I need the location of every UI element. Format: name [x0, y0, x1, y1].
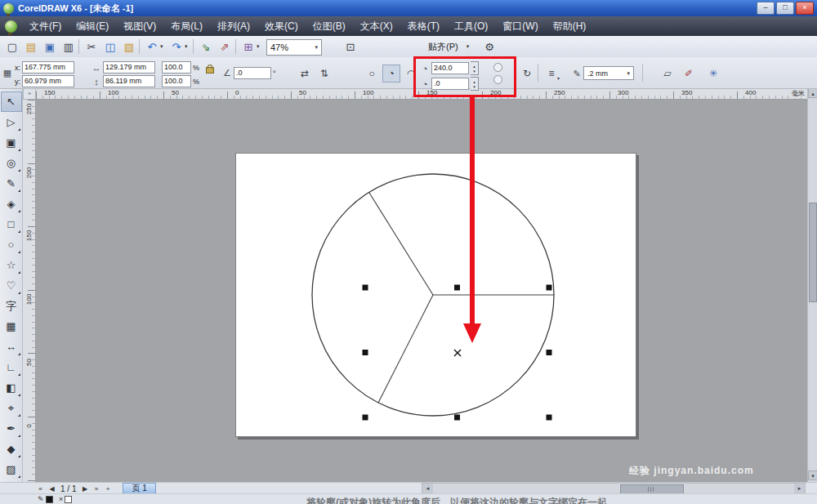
- menu-item-2[interactable]: 编辑(E): [69, 16, 116, 36]
- selection-handle[interactable]: [547, 285, 552, 291]
- menu-item-4[interactable]: 布局(L): [163, 16, 210, 36]
- smart-fill-tool[interactable]: ◈: [1, 194, 22, 214]
- redo-dropdown-icon[interactable]: ▾: [185, 43, 188, 50]
- menu-item-1[interactable]: 文件(F): [22, 16, 69, 36]
- vertical-scroll-thumb[interactable]: [809, 203, 817, 302]
- vertical-ruler[interactable]: 250200150100500: [23, 100, 36, 482]
- paste-button[interactable]: ▧: [120, 38, 138, 55]
- selection-handle[interactable]: [363, 285, 368, 291]
- scroll-down-arrow[interactable]: ▾: [808, 471, 817, 480]
- copy-button[interactable]: ◫: [101, 38, 119, 55]
- import-button[interactable]: ⇘: [197, 38, 215, 55]
- ellipse-tool[interactable]: ○: [1, 234, 22, 255]
- start-angle-option-button[interactable]: [493, 63, 502, 72]
- add-page-button[interactable]: +: [103, 484, 112, 494]
- minimize-button[interactable]: –: [757, 2, 775, 15]
- cut-button[interactable]: ✂: [83, 38, 100, 55]
- menu-item-8[interactable]: 文本(X): [353, 16, 400, 36]
- options-button[interactable]: ⚙: [480, 38, 498, 55]
- freehand-tool[interactable]: ✎: [1, 173, 22, 194]
- change-direction-button[interactable]: ↻: [518, 65, 536, 83]
- end-angle-field[interactable]: .0: [431, 78, 469, 90]
- menu-item-10[interactable]: 工具(O): [447, 16, 495, 36]
- basic-shapes-tool[interactable]: ♡: [1, 275, 22, 296]
- selection-handle[interactable]: [363, 350, 368, 355]
- selection-handle[interactable]: [363, 415, 368, 421]
- selection-handle[interactable]: [454, 285, 460, 291]
- convert-to-curves-button[interactable]: ▱: [659, 65, 676, 83]
- outline-width-combo[interactable]: .2 mm ▾: [583, 66, 634, 80]
- maximize-button[interactable]: □: [776, 2, 794, 15]
- zoom-level-combo[interactable]: 47% ▾: [266, 39, 322, 56]
- pie-divider-line[interactable]: [369, 193, 433, 295]
- print-button[interactable]: ▥: [60, 38, 78, 55]
- close-path-button[interactable]: ✐: [680, 65, 698, 83]
- selection-handle[interactable]: [547, 415, 552, 421]
- x-position-field[interactable]: 167.775 mm: [22, 61, 74, 74]
- mirror-vertical-button[interactable]: ⇅: [315, 65, 333, 83]
- fill-tool[interactable]: ◆: [1, 439, 22, 459]
- menu-item-7[interactable]: 位图(B): [306, 16, 353, 36]
- polygon-tool[interactable]: ☆: [1, 255, 22, 275]
- object-height-field[interactable]: 86.119 mm: [103, 75, 155, 87]
- canvas-area[interactable]: 经验 jingyan.baidu.com: [36, 100, 807, 482]
- rotation-angle-field[interactable]: .0: [234, 67, 271, 79]
- start-angle-field[interactable]: 240.0: [431, 62, 469, 74]
- undo-dropdown-icon[interactable]: ▾: [160, 43, 163, 50]
- mirror-horizontal-button[interactable]: ⇄: [296, 65, 314, 83]
- scale-x-field[interactable]: 100.0: [162, 61, 191, 74]
- selection-handle[interactable]: [547, 350, 552, 355]
- y-position-field[interactable]: 60.979 mm: [22, 75, 74, 87]
- save-button[interactable]: ▣: [41, 38, 59, 55]
- table-tool[interactable]: ▦: [1, 316, 22, 337]
- ruler-origin-button[interactable]: +: [23, 88, 36, 100]
- fullscreen-preview-button[interactable]: ⊡: [342, 38, 359, 55]
- scroll-right-arrow[interactable]: ▸: [794, 484, 805, 493]
- blend-tool[interactable]: ◧: [1, 377, 22, 398]
- undo-button[interactable]: ↶: [143, 38, 161, 55]
- vertical-scrollbar[interactable]: ▴ ▾: [807, 88, 817, 482]
- application-launcher-button[interactable]: ⊞: [239, 38, 257, 55]
- scale-y-field[interactable]: 100.0: [162, 75, 191, 87]
- end-angle-option-button[interactable]: [493, 75, 502, 84]
- text-tool[interactable]: 字: [1, 296, 22, 316]
- snap-to-dropdown[interactable]: 贴齐(P) ▾: [425, 38, 472, 55]
- export-button[interactable]: ⇗: [216, 38, 234, 55]
- open-button[interactable]: ▤: [22, 38, 40, 55]
- close-button[interactable]: ×: [796, 2, 814, 15]
- lock-ratio-button[interactable]: [206, 67, 214, 74]
- scroll-up-arrow[interactable]: ▴: [808, 88, 817, 98]
- object-width-field[interactable]: 129.179 mm: [103, 61, 155, 74]
- menu-item-6[interactable]: 效果(C): [257, 16, 306, 36]
- next-page-button[interactable]: ▶: [80, 484, 89, 494]
- first-page-button[interactable]: «: [36, 484, 45, 494]
- last-page-button[interactable]: »: [92, 484, 100, 494]
- pie-divider-line[interactable]: [378, 295, 433, 403]
- launcher-dropdown-icon[interactable]: ▾: [257, 43, 260, 50]
- crop-tool[interactable]: ▣: [1, 132, 22, 153]
- arc-mode-button[interactable]: ◠: [402, 65, 420, 83]
- dimension-tool[interactable]: ↔: [1, 337, 22, 357]
- end-angle-spinner[interactable]: ▴ ▾: [471, 77, 479, 91]
- eyedropper-tool[interactable]: ⌖: [1, 398, 22, 418]
- scroll-left-arrow[interactable]: ◂: [422, 484, 433, 493]
- outline-pen-tool[interactable]: ✒: [1, 418, 22, 439]
- connector-tool[interactable]: ∟: [1, 357, 22, 377]
- ellipse-mode-button[interactable]: ○: [363, 65, 381, 83]
- zoom-tool[interactable]: ◎: [1, 153, 22, 173]
- shape-tool[interactable]: ▷: [1, 112, 22, 132]
- page-tab[interactable]: 页 1: [123, 483, 155, 494]
- menu-item-11[interactable]: 窗口(W): [495, 16, 545, 36]
- menu-item-5[interactable]: 排列(A): [210, 16, 257, 36]
- horizontal-scrollbar[interactable]: ◂ ▸: [422, 483, 806, 494]
- perfect-shapes-button[interactable]: ✳: [704, 65, 722, 83]
- rectangle-tool[interactable]: □: [1, 214, 22, 234]
- wrap-text-button[interactable]: ≡ ▾: [542, 65, 560, 83]
- interactive-fill-tool[interactable]: ▨: [1, 459, 22, 479]
- pick-tool[interactable]: ↖: [1, 91, 22, 112]
- new-document-button[interactable]: ▢: [3, 38, 21, 55]
- selection-handle[interactable]: [454, 415, 460, 421]
- redo-button[interactable]: ↷: [167, 38, 185, 55]
- menu-item-9[interactable]: 表格(T): [400, 16, 447, 36]
- menu-item-3[interactable]: 视图(V): [116, 16, 163, 36]
